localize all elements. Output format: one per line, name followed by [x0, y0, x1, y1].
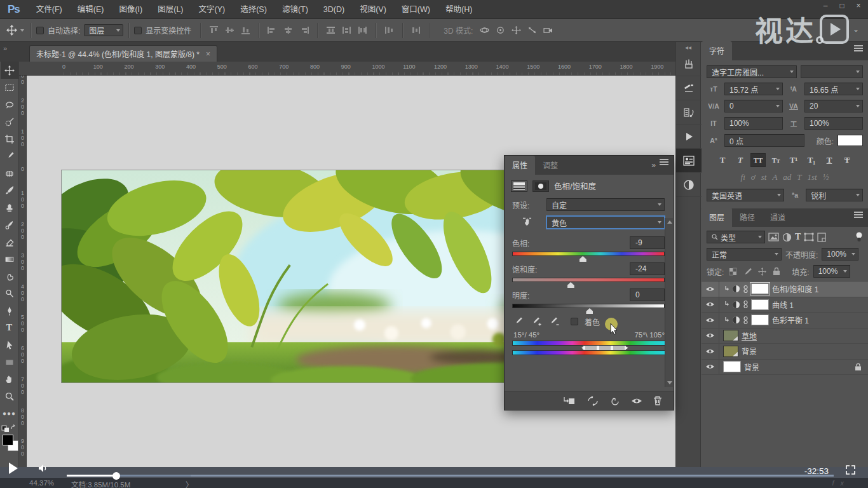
- 3d-camera-icon[interactable]: [543, 26, 553, 34]
- opentype-button[interactable]: fi: [741, 172, 745, 182]
- hue-range-markers[interactable]: [512, 346, 666, 350]
- align-top-edges-icon[interactable]: [209, 26, 219, 34]
- distribute-left-edges-icon[interactable]: [384, 26, 394, 34]
- path-selection-tool[interactable]: [1, 336, 18, 353]
- maximize-button[interactable]: □: [837, 1, 846, 10]
- lasso-tool[interactable]: [1, 96, 18, 113]
- collapse-panels-icon[interactable]: ◂◂: [676, 42, 700, 52]
- dock-actions-panel-icon[interactable]: [676, 125, 702, 149]
- lightness-value[interactable]: 0: [630, 288, 665, 301]
- quick-selection-tool[interactable]: [1, 113, 18, 130]
- dock-brush-presets-icon[interactable]: [676, 76, 702, 100]
- filter-adjustment-layers-icon[interactable]: [782, 233, 792, 242]
- targeted-adjustment-icon[interactable]: [512, 217, 541, 228]
- leading-field[interactable]: 16.65 点: [804, 83, 863, 95]
- play-button-icon[interactable]: [9, 463, 18, 474]
- move-tool-icon[interactable]: [4, 23, 19, 38]
- foreground-background-swatches[interactable]: [1, 435, 18, 456]
- tab-overflow-icon[interactable]: »: [3, 44, 7, 52]
- distribute-vertical-centers-icon[interactable]: [342, 26, 351, 34]
- vertical-scale-field[interactable]: 100%: [724, 117, 783, 130]
- distribute-right-edges-icon[interactable]: [411, 26, 421, 34]
- volume-slider[interactable]: [67, 475, 194, 477]
- history-brush-tool[interactable]: [1, 216, 18, 233]
- saturation-value[interactable]: -24: [630, 262, 665, 275]
- visibility-eye-icon[interactable]: [702, 297, 719, 313]
- reset-icon[interactable]: [610, 396, 620, 406]
- tracking-field[interactable]: 20: [804, 100, 863, 112]
- subscript-button[interactable]: T₁: [804, 153, 819, 167]
- blend-mode-dropdown[interactable]: 正常: [707, 248, 782, 261]
- horizontal-scale-field[interactable]: 100%: [804, 117, 863, 130]
- show-transform-checkbox[interactable]: [134, 27, 142, 34]
- filter-type-dropdown[interactable]: 类型: [707, 231, 765, 243]
- scroll-down-icon[interactable]: [667, 381, 672, 384]
- saturation-slider[interactable]: [512, 278, 665, 282]
- visibility-eye-icon[interactable]: [702, 329, 719, 344]
- 3d-roll-icon[interactable]: [496, 26, 505, 34]
- zoom-level[interactable]: 44.37%: [29, 479, 54, 487]
- menu-item[interactable]: 编辑(E): [70, 0, 112, 19]
- delete-trash-icon[interactable]: [653, 396, 662, 405]
- panel-menu-icon[interactable]: [854, 214, 863, 215]
- layer-thumbnail[interactable]: [723, 361, 741, 372]
- edit-toolbar-icon[interactable]: ●●●: [1, 405, 18, 422]
- hue-value[interactable]: -9: [630, 236, 665, 249]
- preset-dropdown[interactable]: 自定: [546, 198, 665, 211]
- panel-expand-icon[interactable]: »: [651, 161, 656, 170]
- menu-item[interactable]: 文字(Y): [191, 0, 233, 19]
- align-right-edges-icon[interactable]: [299, 26, 309, 34]
- panel-menu-icon[interactable]: [854, 48, 863, 49]
- minimize-button[interactable]: –: [821, 1, 830, 10]
- auto-select-checkbox[interactable]: [36, 27, 44, 34]
- close-button[interactable]: ×: [854, 1, 863, 10]
- baseline-shift-field[interactable]: 0 点: [724, 134, 804, 147]
- seek-bar[interactable]: [191, 475, 834, 477]
- lightness-slider[interactable]: [512, 304, 665, 308]
- menu-item[interactable]: 视图(V): [352, 0, 394, 19]
- antialias-dropdown[interactable]: 锐利: [806, 189, 863, 201]
- move-tool[interactable]: [1, 62, 18, 79]
- filter-type-layers-icon[interactable]: T: [795, 232, 801, 242]
- dodge-tool[interactable]: [1, 285, 18, 302]
- 3d-slide-icon[interactable]: [527, 26, 537, 34]
- lock-pixels-icon[interactable]: [743, 268, 752, 276]
- layer-row-curves[interactable]: 曲线 1: [702, 297, 868, 313]
- strikethrough-button[interactable]: Ŧ: [839, 153, 855, 167]
- opentype-button[interactable]: T: [797, 172, 801, 182]
- text-color-swatch[interactable]: [837, 135, 863, 146]
- tab-layers[interactable]: 图层: [702, 208, 732, 227]
- layer-row-background[interactable]: 背景: [702, 360, 868, 376]
- menu-item[interactable]: 帮助(H): [438, 0, 480, 19]
- visibility-eye-icon[interactable]: [702, 313, 719, 328]
- add-eyedropper-icon[interactable]: [530, 316, 541, 327]
- dock-history-panel-icon[interactable]: [676, 100, 702, 125]
- layer-row-grass[interactable]: 草地: [702, 329, 868, 344]
- font-style-dropdown[interactable]: [801, 65, 863, 78]
- auto-select-target-dropdown[interactable]: 图层: [84, 24, 123, 36]
- smudge-tool[interactable]: [1, 268, 18, 285]
- menu-item[interactable]: 窗口(W): [394, 0, 438, 19]
- underline-button[interactable]: T: [822, 153, 837, 167]
- menu-item[interactable]: 图像(I): [111, 0, 150, 19]
- zoom-tool[interactable]: [1, 388, 18, 405]
- tab-close-icon[interactable]: ×: [206, 50, 210, 58]
- shape-tool[interactable]: [1, 353, 18, 370]
- tab-properties[interactable]: 属性: [505, 156, 535, 175]
- status-expander-icon[interactable]: 〉: [186, 479, 193, 488]
- align-horizontal-centers-icon[interactable]: [283, 26, 293, 34]
- dock-properties-panel-icon[interactable]: [676, 149, 702, 173]
- 3d-drag-icon[interactable]: [512, 26, 521, 34]
- opentype-button[interactable]: st: [761, 172, 767, 182]
- layer-mask-thumbnail[interactable]: [751, 315, 769, 325]
- smart-object-thumbnail[interactable]: [723, 330, 738, 341]
- tab-adjustments[interactable]: 调整: [535, 156, 566, 175]
- align-left-edges-icon[interactable]: [268, 26, 277, 34]
- scroll-up-icon[interactable]: [667, 220, 672, 224]
- font-family-dropdown[interactable]: 造字工房雅圆...: [707, 65, 797, 78]
- layer-row-color-balance[interactable]: 色彩平衡 1: [702, 313, 868, 329]
- faux-italic-button[interactable]: T: [733, 153, 748, 167]
- tab-channels[interactable]: 通道: [763, 208, 793, 227]
- layer-mask-icon[interactable]: [532, 180, 549, 192]
- menu-item[interactable]: 图层(L): [150, 0, 191, 19]
